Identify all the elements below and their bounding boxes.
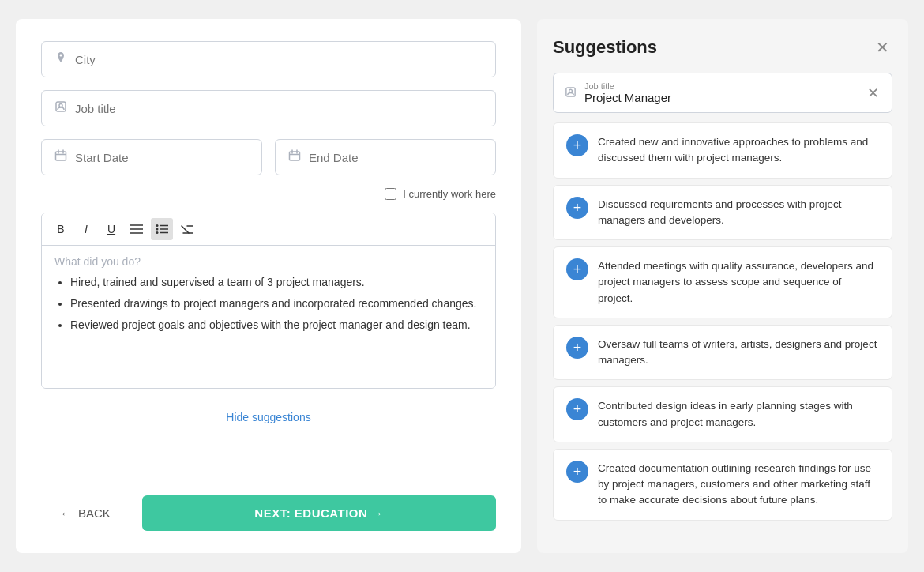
bullet-1: Hired, trained and supervised a team of … xyxy=(70,274,483,291)
clear-format-button[interactable] xyxy=(176,218,198,240)
suggestions-panel: Suggestions ✕ Job title Project Manager … xyxy=(537,19,908,553)
main-container: I currently work here B I U xyxy=(0,0,924,572)
job-title-input[interactable] xyxy=(75,102,483,115)
editor-toolbar: B I U xyxy=(42,213,495,246)
bullet-3: Reviewed project goals and objectives wi… xyxy=(70,317,483,333)
left-panel: I currently work here B I U xyxy=(16,19,521,553)
bullet-2: Presented drawings to project managers a… xyxy=(70,295,483,312)
add-icon-5: + xyxy=(566,461,588,483)
person-icon xyxy=(54,100,67,116)
editor-bullet-list: Hired, trained and supervised a team of … xyxy=(54,274,483,333)
back-arrow-icon: ← xyxy=(60,506,72,520)
add-icon-2: + xyxy=(566,258,588,280)
back-label: BACK xyxy=(78,506,111,520)
start-date-input[interactable] xyxy=(75,151,249,164)
filter-content: Job title Project Manager xyxy=(584,81,858,104)
calendar-end-icon xyxy=(288,149,301,165)
hide-suggestions-button[interactable]: Hide suggestions xyxy=(41,401,496,433)
location-icon xyxy=(54,51,67,67)
svg-point-11 xyxy=(156,231,159,234)
add-icon-1: + xyxy=(566,197,588,219)
suggestion-item-4[interactable]: + Contributed design ideas in early plan… xyxy=(553,386,892,442)
currently-work-checkbox[interactable] xyxy=(385,188,396,200)
suggestion-item-1[interactable]: + Discussed requirements and processes w… xyxy=(553,185,892,241)
suggestion-text-5: Created documentation outlining research… xyxy=(598,461,879,509)
filter-clear-button[interactable]: ✕ xyxy=(866,83,881,103)
svg-point-1 xyxy=(59,104,62,107)
align-button[interactable] xyxy=(126,218,148,240)
suggestion-text-2: Attended meetings with quality assurance… xyxy=(598,258,879,307)
currently-work-label: I currently work here xyxy=(403,188,496,200)
svg-point-7 xyxy=(156,224,159,227)
add-icon-0: + xyxy=(566,134,588,156)
svg-rect-2 xyxy=(56,152,66,160)
calendar-start-icon xyxy=(54,149,67,165)
city-field[interactable] xyxy=(41,41,496,77)
city-input[interactable] xyxy=(75,53,483,66)
suggestion-text-3: Oversaw full teams of writers, artists, … xyxy=(598,337,879,369)
svg-point-9 xyxy=(156,228,159,231)
svg-point-17 xyxy=(569,89,573,92)
currently-work-row: I currently work here xyxy=(41,188,496,200)
next-button[interactable]: NEXT: EDUCATION → xyxy=(142,495,496,531)
date-row xyxy=(41,139,496,175)
suggestion-item-5[interactable]: + Created documentation outlining resear… xyxy=(553,449,892,521)
start-date-field[interactable] xyxy=(41,139,262,175)
add-icon-3: + xyxy=(566,337,588,359)
editor-content[interactable]: What did you do? Hired, trained and supe… xyxy=(42,246,495,388)
bottom-nav: ← BACK NEXT: EDUCATION → xyxy=(41,489,496,531)
filter-label: Job title xyxy=(584,81,858,91)
close-suggestions-button[interactable]: ✕ xyxy=(873,35,892,60)
filter-value: Project Manager xyxy=(584,91,858,104)
editor-placeholder: What did you do? xyxy=(54,255,483,268)
suggestions-header: Suggestions ✕ xyxy=(553,35,892,60)
list-button[interactable] xyxy=(151,218,173,240)
svg-line-13 xyxy=(182,226,189,233)
suggestions-list: + Created new and innovative approaches … xyxy=(553,122,892,521)
suggestion-item-3[interactable]: + Oversaw full teams of writers, artists… xyxy=(553,325,892,381)
suggestion-item-0[interactable]: + Created new and innovative approaches … xyxy=(553,122,892,179)
next-label: NEXT: EDUCATION xyxy=(254,506,367,520)
suggestion-text-0: Created new and innovative approaches to… xyxy=(598,134,879,167)
underline-button[interactable]: U xyxy=(100,218,122,240)
end-date-input[interactable] xyxy=(309,151,483,164)
back-button[interactable]: ← BACK xyxy=(41,495,130,531)
suggestions-filter[interactable]: Job title Project Manager ✕ xyxy=(553,73,892,113)
end-date-field[interactable] xyxy=(275,139,496,175)
suggestion-item-2[interactable]: + Attended meetings with quality assuran… xyxy=(553,246,892,318)
bold-button[interactable]: B xyxy=(50,218,72,240)
editor-area: B I U xyxy=(41,213,496,389)
svg-rect-3 xyxy=(290,152,300,160)
job-title-field[interactable] xyxy=(41,90,496,126)
italic-button[interactable]: I xyxy=(75,218,97,240)
suggestion-text-4: Contributed design ideas in early planni… xyxy=(598,398,879,431)
next-arrow-icon: → xyxy=(371,506,384,520)
suggestion-text-1: Discussed requirements and processes wit… xyxy=(598,197,879,229)
suggestions-title: Suggestions xyxy=(553,37,657,58)
filter-person-icon xyxy=(565,86,577,100)
add-icon-4: + xyxy=(566,398,588,420)
